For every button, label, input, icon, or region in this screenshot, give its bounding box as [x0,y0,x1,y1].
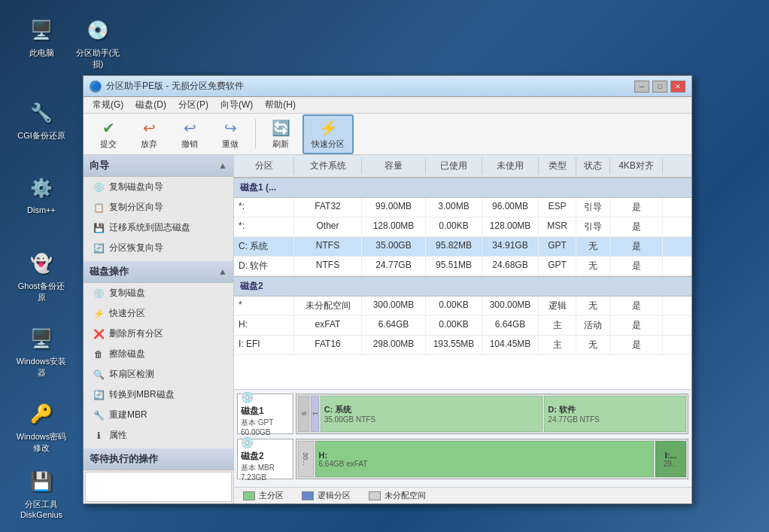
pt-header-fs: 文件系统 [294,157,362,175]
pt-cell-partition: D: 软件 [234,257,294,275]
disk-segment[interactable]: 9 [298,396,309,432]
title-bar-buttons: ─ □ ✕ [634,81,685,93]
table-row[interactable]: H: exFAT 6.64GB 0.00KB 6.64GB 主 活动 是 [234,316,691,336]
legend-item-logical: 逻辑分区 [302,490,351,501]
disk-segment[interactable]: 1 [311,396,318,432]
legend-color-unallocated [369,491,381,500]
disk1-visual-size: 60.00GB [241,428,290,436]
sidebar-item-copy-disk-op[interactable]: 💿 复制磁盘 [84,283,233,303]
desktop-icon-windows-password[interactable]: 🔑 Windows密码修改 [15,399,68,454]
toolbar: ✔ 提交 ↩ 放弃 ↩ 撤销 ↪ 重做 🔄 刷新 ⚡ 快速分区 [84,114,691,155]
desktop-icon-diskgenius[interactable]: 💾 分区工具DiskGenius [15,467,68,519]
pt-cell-align4k: 是 [610,336,663,354]
disk-segment-i[interactable]: I:... 29... [655,441,686,477]
sidebar-item-copy-disk[interactable]: 💿 复制磁盘向导 [84,177,233,197]
sidebar-item-properties[interactable]: ℹ 属性 [84,425,233,445]
menu-wizard[interactable]: 向导(W) [214,97,259,113]
discard-button[interactable]: ↩ 放弃 [130,115,168,154]
disk-segment-h-info: 6.64GB exFAT [319,460,368,468]
sidebar-section-wizard[interactable]: 向导 ▲ [84,155,233,177]
desktop-icon-cgi-backup[interactable]: 🔧 CGI备份还原 [15,98,68,141]
pt-cell-free: 24.68GB [482,257,539,275]
minimize-button[interactable]: ─ [634,81,649,93]
rebuild-mbr-icon: 🔧 [93,409,105,421]
pt-cell-free: 300.00MB [482,296,539,315]
undo-button[interactable]: ↩ 撤销 [171,115,208,154]
pt-cell-status: 引导 [576,198,610,217]
disk2-visual-name: 磁盘2 [241,450,290,463]
title-bar: 🔵 分区助手PE版 - 无损分区免费软件 ─ □ ✕ [84,76,691,97]
desktop-icon-my-computer[interactable]: 🖥️ 此电脑 [15,15,68,59]
toolbar-separator [255,119,256,149]
sidebar-section-pending[interactable]: 等待执行的操作 [84,448,233,470]
menu-general[interactable]: 常规(G) [87,97,129,113]
pt-cell-status: 无 [576,296,610,315]
sidebar-item-quick-partition[interactable]: ⚡ 快速分区 [84,303,233,324]
windows-installer-icon: 🖥️ [26,324,56,354]
sidebar-item-wipe-disk[interactable]: 🗑 擦除磁盘 [84,344,233,364]
table-row[interactable]: I: EFI FAT16 298.00MB 193.55MB 104.45MB … [234,336,691,355]
sidebar-item-delete-all[interactable]: ❌ 删除所有分区 [84,324,233,344]
pt-cell-status: 引导 [576,217,610,236]
table-row[interactable]: *: FAT32 99.00MB 3.00MB 96.00MB ESP 引导 是 [234,198,691,217]
disk-segment-unalloc[interactable]: 30... [298,441,314,477]
sidebar-item-convert-mbr[interactable]: 🔄 转换到MBR磁盘 [84,385,233,405]
desktop-icon-dism[interactable]: ⚙️ Dism++ [15,173,68,214]
diskgenius-icon: 💾 [26,467,56,497]
redo-button[interactable]: ↪ 重做 [211,115,249,154]
disk2-visual-row: 💿 磁盘2 基本 MBR 7.23GB 30... H: 6.64GB exFA… [237,438,688,480]
desktop-icon-partition-wizard[interactable]: 💿 分区助手(无损) [71,15,124,70]
close-button[interactable]: ✕ [670,81,685,93]
table-row[interactable]: *: Other 128.00MB 0.00KB 128.00MB MSR 引导… [234,217,691,237]
pending-area [85,472,232,502]
sidebar-item-bad-sector[interactable]: 🔍 坏扇区检测 [84,364,233,385]
submit-button[interactable]: ✔ 提交 [90,115,127,154]
sidebar-item-restore-partition[interactable]: 🔄 分区恢复向导 [84,238,233,258]
disk-segment-d-info: 24.77GB NTFS [548,415,599,424]
pt-cell-capacity: 24.77GB [362,257,426,275]
sidebar: 向导 ▲ 💿 复制磁盘向导 📋 复制分区向导 💾 迁移系统到固态磁盘 🔄 分区恢… [84,155,234,503]
main-panel: 分区 文件系统 容量 已使用 未使用 类型 状态 4KB对齐 磁盘1 (... … [234,155,691,503]
disk-segment-h-label: H: [319,451,328,460]
sidebar-item-copy-partition[interactable]: 📋 复制分区向导 [84,197,233,217]
quick-partition-button[interactable]: ⚡ 快速分区 [302,114,354,154]
refresh-button[interactable]: 🔄 刷新 [262,115,299,154]
convert-mbr-icon: 🔄 [93,389,105,401]
restore-partition-icon: 🔄 [93,242,105,254]
pt-cell-type: 主 [539,316,576,335]
desktop-icon-ghost[interactable]: 👻 Ghost备份还原 [15,248,68,303]
collapse-icon-wizard: ▲ [218,160,227,171]
pt-cell-fs: 未分配空间 [294,296,362,315]
table-row[interactable]: D: 软件 NTFS 24.77GB 95.51MB 24.68GB GPT 无… [234,257,691,276]
copy-disk-op-icon: 💿 [93,287,105,299]
pt-cell-capacity: 128.00MB [362,217,426,236]
pt-header-row: 分区 文件系统 容量 已使用 未使用 类型 状态 4KB对齐 [234,155,691,178]
pt-cell-align4k: 是 [610,237,663,256]
pt-cell-fs: exFAT [294,316,362,335]
sidebar-item-migrate-os[interactable]: 💾 迁移系统到固态磁盘 [84,217,233,238]
pt-header-align4k: 4KB对齐 [610,157,663,175]
disk-segment-h[interactable]: H: 6.64GB exFAT [315,441,654,477]
pt-cell-align4k: 是 [610,316,663,335]
sidebar-section-disk-ops[interactable]: 磁盘操作 ▲ [84,261,233,283]
table-row[interactable]: C: 系统 NTFS 35.00GB 95.82MB 34.91GB GPT 无… [234,237,691,257]
menu-disk[interactable]: 磁盘(D) [129,97,172,113]
disk-segment-c[interactable]: C: 系统 35.00GB NTFS [321,396,543,432]
disk-segment-d[interactable]: D: 软件 24.77GB NTFS [544,396,686,432]
sidebar-item-rebuild-mbr[interactable]: 🔧 重建MBR [84,405,233,425]
desktop-icon-windows-installer[interactable]: 🖥️ Windows安装器 [15,324,68,378]
menu-partition[interactable]: 分区(P) [172,97,214,113]
menu-help[interactable]: 帮助(H) [259,97,302,113]
pt-cell-type: ESP [539,198,576,217]
table-row[interactable]: * 未分配空间 300.00MB 0.00KB 300.00MB 逻辑 无 是 [234,296,691,316]
pt-cell-status: 无 [576,336,610,354]
pt-header-capacity: 容量 [362,157,426,175]
window-title: 分区助手PE版 - 无损分区免费软件 [106,80,634,93]
legend-color-primary [243,491,255,500]
pt-cell-partition: * [234,296,294,315]
pt-cell-type: MSR [539,217,576,236]
maximize-button[interactable]: □ [652,81,667,93]
disk1-label-box: 💿 磁盘1 基本 GPT 60.00GB [237,394,293,434]
ghost-icon: 👻 [26,248,56,278]
legend-color-logical [302,491,314,500]
